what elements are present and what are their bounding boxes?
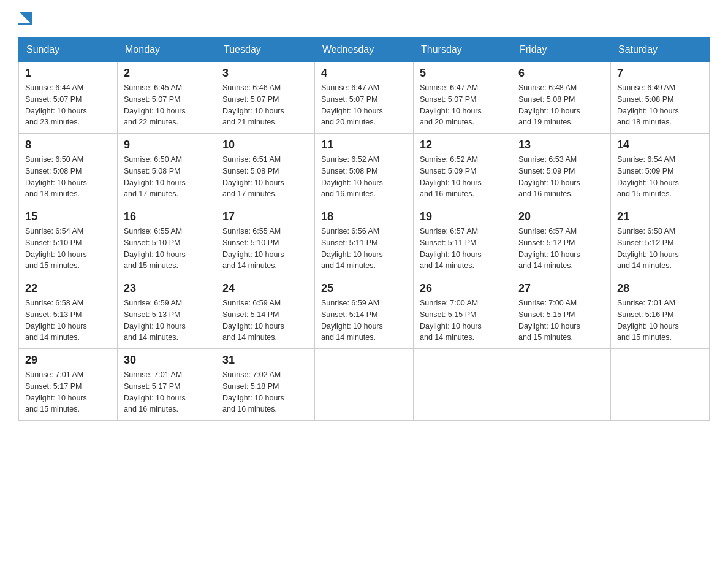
calendar-week-row: 1Sunrise: 6:44 AMSunset: 5:07 PMDaylight… <box>19 62 710 134</box>
day-info: Sunrise: 6:58 AMSunset: 5:13 PMDaylight:… <box>25 297 111 343</box>
day-info: Sunrise: 6:53 AMSunset: 5:09 PMDaylight:… <box>518 154 604 200</box>
day-number: 28 <box>617 282 703 295</box>
day-number: 15 <box>25 210 111 223</box>
calendar-cell: 30Sunrise: 7:01 AMSunset: 5:17 PMDayligh… <box>118 349 216 421</box>
day-number: 23 <box>124 282 210 295</box>
calendar-cell: 18Sunrise: 6:56 AMSunset: 5:11 PMDayligh… <box>315 205 414 277</box>
calendar-cell <box>315 349 414 421</box>
day-info: Sunrise: 6:47 AMSunset: 5:07 PMDaylight:… <box>321 82 407 128</box>
day-number: 25 <box>321 282 407 295</box>
day-number: 20 <box>518 210 604 223</box>
calendar-cell: 22Sunrise: 6:58 AMSunset: 5:13 PMDayligh… <box>19 277 118 349</box>
day-info: Sunrise: 6:52 AMSunset: 5:08 PMDaylight:… <box>321 154 407 200</box>
day-info: Sunrise: 6:59 AMSunset: 5:13 PMDaylight:… <box>124 297 210 343</box>
day-info: Sunrise: 7:00 AMSunset: 5:15 PMDaylight:… <box>420 297 506 343</box>
calendar-cell: 7Sunrise: 6:49 AMSunset: 5:08 PMDaylight… <box>611 62 710 134</box>
day-number: 30 <box>124 354 210 367</box>
calendar-cell: 8Sunrise: 6:50 AMSunset: 5:08 PMDaylight… <box>19 134 118 205</box>
calendar-week-row: 22Sunrise: 6:58 AMSunset: 5:13 PMDayligh… <box>19 277 710 349</box>
calendar-cell: 11Sunrise: 6:52 AMSunset: 5:08 PMDayligh… <box>315 134 414 205</box>
day-info: Sunrise: 6:48 AMSunset: 5:08 PMDaylight:… <box>518 82 604 128</box>
day-info: Sunrise: 6:59 AMSunset: 5:14 PMDaylight:… <box>222 297 308 343</box>
day-info: Sunrise: 6:57 AMSunset: 5:12 PMDaylight:… <box>518 226 604 272</box>
day-of-week-header: Thursday <box>414 38 512 62</box>
calendar-cell: 12Sunrise: 6:52 AMSunset: 5:09 PMDayligh… <box>414 134 512 205</box>
day-info: Sunrise: 6:54 AMSunset: 5:10 PMDaylight:… <box>25 226 111 272</box>
calendar-cell: 13Sunrise: 6:53 AMSunset: 5:09 PMDayligh… <box>512 134 611 205</box>
day-number: 26 <box>420 282 506 295</box>
calendar-cell: 31Sunrise: 7:02 AMSunset: 5:18 PMDayligh… <box>216 349 315 421</box>
day-info: Sunrise: 6:46 AMSunset: 5:07 PMDaylight:… <box>222 82 308 128</box>
logo <box>18 12 32 25</box>
day-info: Sunrise: 6:55 AMSunset: 5:10 PMDaylight:… <box>124 226 210 272</box>
day-info: Sunrise: 6:51 AMSunset: 5:08 PMDaylight:… <box>222 154 308 200</box>
calendar-week-row: 15Sunrise: 6:54 AMSunset: 5:10 PMDayligh… <box>19 205 710 277</box>
day-of-week-header: Saturday <box>611 38 710 62</box>
day-number: 11 <box>321 139 407 151</box>
day-info: Sunrise: 6:49 AMSunset: 5:08 PMDaylight:… <box>617 82 703 128</box>
calendar-cell: 5Sunrise: 6:47 AMSunset: 5:07 PMDaylight… <box>414 62 512 134</box>
calendar-cell: 6Sunrise: 6:48 AMSunset: 5:08 PMDaylight… <box>512 62 611 134</box>
day-number: 24 <box>222 282 308 295</box>
day-number: 5 <box>420 67 506 80</box>
day-info: Sunrise: 6:44 AMSunset: 5:07 PMDaylight:… <box>25 82 111 128</box>
calendar-cell: 16Sunrise: 6:55 AMSunset: 5:10 PMDayligh… <box>118 205 216 277</box>
calendar-cell <box>414 349 512 421</box>
day-info: Sunrise: 6:45 AMSunset: 5:07 PMDaylight:… <box>124 82 210 128</box>
calendar-cell: 29Sunrise: 7:01 AMSunset: 5:17 PMDayligh… <box>19 349 118 421</box>
calendar-cell: 25Sunrise: 6:59 AMSunset: 5:14 PMDayligh… <box>315 277 414 349</box>
calendar-table: SundayMondayTuesdayWednesdayThursdayFrid… <box>18 37 710 421</box>
calendar-week-row: 29Sunrise: 7:01 AMSunset: 5:17 PMDayligh… <box>19 349 710 421</box>
day-info: Sunrise: 6:54 AMSunset: 5:09 PMDaylight:… <box>617 154 703 200</box>
day-number: 3 <box>222 67 308 80</box>
calendar-header-row: SundayMondayTuesdayWednesdayThursdayFrid… <box>19 38 710 62</box>
calendar-cell: 14Sunrise: 6:54 AMSunset: 5:09 PMDayligh… <box>611 134 710 205</box>
calendar-cell: 9Sunrise: 6:50 AMSunset: 5:08 PMDaylight… <box>118 134 216 205</box>
day-number: 9 <box>124 139 210 151</box>
calendar-cell: 26Sunrise: 7:00 AMSunset: 5:15 PMDayligh… <box>414 277 512 349</box>
day-info: Sunrise: 7:01 AMSunset: 5:16 PMDaylight:… <box>617 297 703 343</box>
day-of-week-header: Sunday <box>19 38 118 62</box>
day-info: Sunrise: 6:50 AMSunset: 5:08 PMDaylight:… <box>124 154 210 200</box>
day-info: Sunrise: 6:56 AMSunset: 5:11 PMDaylight:… <box>321 226 407 272</box>
day-info: Sunrise: 6:47 AMSunset: 5:07 PMDaylight:… <box>420 82 506 128</box>
day-number: 12 <box>420 139 506 151</box>
logo-blue-text <box>18 22 32 25</box>
calendar-cell: 23Sunrise: 6:59 AMSunset: 5:13 PMDayligh… <box>118 277 216 349</box>
day-number: 10 <box>222 139 308 151</box>
day-number: 27 <box>518 282 604 295</box>
day-number: 22 <box>25 282 111 295</box>
day-number: 1 <box>25 67 111 80</box>
day-info: Sunrise: 7:01 AMSunset: 5:17 PMDaylight:… <box>124 369 210 415</box>
day-number: 4 <box>321 67 407 80</box>
calendar-cell: 27Sunrise: 7:00 AMSunset: 5:15 PMDayligh… <box>512 277 611 349</box>
calendar-cell: 15Sunrise: 6:54 AMSunset: 5:10 PMDayligh… <box>19 205 118 277</box>
day-info: Sunrise: 6:57 AMSunset: 5:11 PMDaylight:… <box>420 226 506 272</box>
calendar-cell: 20Sunrise: 6:57 AMSunset: 5:12 PMDayligh… <box>512 205 611 277</box>
day-number: 17 <box>222 210 308 223</box>
calendar-cell: 10Sunrise: 6:51 AMSunset: 5:08 PMDayligh… <box>216 134 315 205</box>
day-info: Sunrise: 6:59 AMSunset: 5:14 PMDaylight:… <box>321 297 407 343</box>
day-number: 6 <box>518 67 604 80</box>
day-info: Sunrise: 7:00 AMSunset: 5:15 PMDaylight:… <box>518 297 604 343</box>
day-of-week-header: Tuesday <box>216 38 315 62</box>
day-number: 14 <box>617 139 703 151</box>
calendar-cell <box>611 349 710 421</box>
calendar-week-row: 8Sunrise: 6:50 AMSunset: 5:08 PMDaylight… <box>19 134 710 205</box>
calendar-cell: 4Sunrise: 6:47 AMSunset: 5:07 PMDaylight… <box>315 62 414 134</box>
calendar-cell: 24Sunrise: 6:59 AMSunset: 5:14 PMDayligh… <box>216 277 315 349</box>
calendar-cell: 2Sunrise: 6:45 AMSunset: 5:07 PMDaylight… <box>118 62 216 134</box>
day-number: 18 <box>321 210 407 223</box>
day-info: Sunrise: 6:50 AMSunset: 5:08 PMDaylight:… <box>25 154 111 200</box>
calendar-cell: 19Sunrise: 6:57 AMSunset: 5:11 PMDayligh… <box>414 205 512 277</box>
page-header <box>18 12 710 25</box>
day-of-week-header: Monday <box>118 38 216 62</box>
day-number: 2 <box>124 67 210 80</box>
day-number: 7 <box>617 67 703 80</box>
day-info: Sunrise: 6:52 AMSunset: 5:09 PMDaylight:… <box>420 154 506 200</box>
day-number: 19 <box>420 210 506 223</box>
calendar-cell: 17Sunrise: 6:55 AMSunset: 5:10 PMDayligh… <box>216 205 315 277</box>
day-info: Sunrise: 6:58 AMSunset: 5:12 PMDaylight:… <box>617 226 703 272</box>
day-of-week-header: Wednesday <box>315 38 414 62</box>
calendar-cell: 28Sunrise: 7:01 AMSunset: 5:16 PMDayligh… <box>611 277 710 349</box>
